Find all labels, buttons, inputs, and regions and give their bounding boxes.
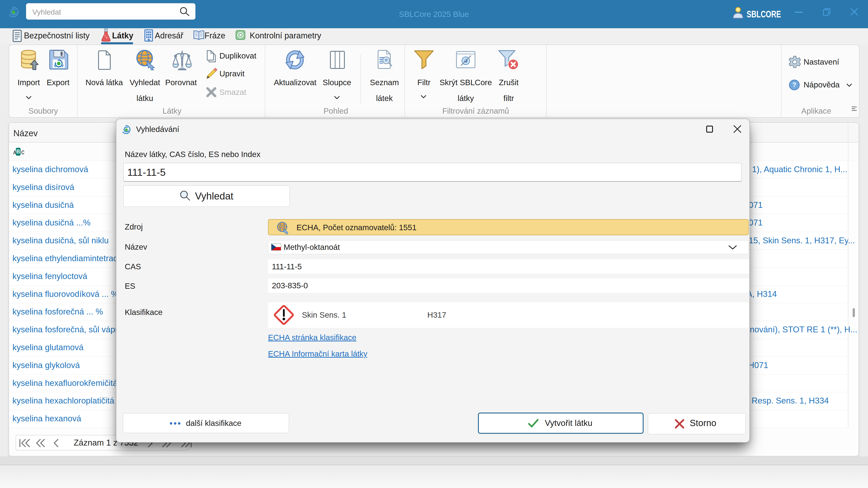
svg-text:?: ? xyxy=(792,81,796,88)
